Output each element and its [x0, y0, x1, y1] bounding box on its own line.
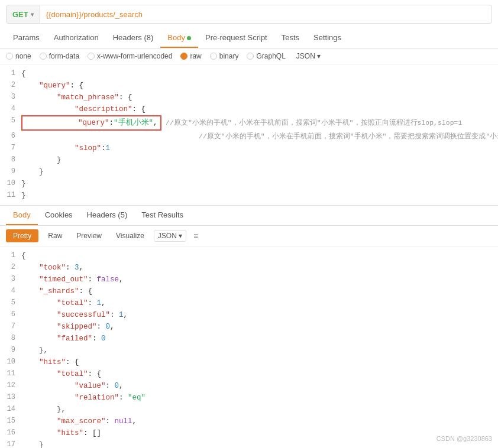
url-input[interactable]: {{domain}}/products/_search	[40, 10, 491, 19]
method-selector[interactable]: GET ▾	[7, 5, 40, 23]
body-type-row: none form-data x-www-form-urlencoded raw…	[0, 48, 498, 64]
resp-line-13: 13 "relation": "eq"	[0, 392, 498, 404]
resp-line-15: 15 "max_score": null,	[0, 415, 498, 427]
resp-line-16: 16 "hits": []	[0, 427, 498, 439]
code-line-1: 1 {	[0, 68, 498, 80]
resp-line-10: 10 "hits": {	[0, 356, 498, 368]
radio-urlencoded-label: x-www-form-urlencoded	[97, 52, 172, 60]
json-type-dropdown[interactable]: JSON ▾	[296, 52, 321, 60]
response-json-dropdown[interactable]: JSON ▾	[154, 230, 186, 242]
tab-params[interactable]: Params	[6, 28, 47, 48]
radio-binary[interactable]: binary	[210, 52, 239, 60]
code-line-8: 8 }	[0, 154, 498, 166]
wrap-icon[interactable]: ≡	[193, 231, 198, 241]
body-dot	[187, 36, 191, 40]
resp-line-5: 5 "total": 1,	[0, 297, 498, 309]
radio-raw-circle	[180, 53, 187, 60]
pretty-row: Pretty Raw Preview Visualize JSON ▾ ≡	[0, 226, 498, 246]
radio-formdata-circle	[40, 53, 47, 60]
resp-line-4: 4 "_shards": {	[0, 285, 498, 297]
response-tabs: Body Cookies Headers (5) Test Results	[0, 206, 498, 226]
resp-line-1: 1 {	[0, 250, 498, 262]
code-line-5: 5 "query":"手机小米", //原文"小米的手机"，小米在手机前面，搜索…	[0, 115, 498, 131]
radio-urlencoded-circle	[88, 53, 95, 60]
radio-urlencoded[interactable]: x-www-form-urlencoded	[88, 52, 172, 60]
radio-formdata[interactable]: form-data	[40, 52, 79, 60]
tab-prerequest[interactable]: Pre-request Script	[198, 28, 274, 48]
response-json-chevron-icon: ▾	[179, 232, 182, 240]
code-line-2: 2 "query": {	[0, 80, 498, 92]
highlighted-query: "query":"手机小米",	[21, 115, 161, 131]
tab-tests[interactable]: Tests	[274, 28, 306, 48]
response-code-editor: 1 { 2 "took": 3, 3 "timed_out": false, 4…	[0, 246, 498, 448]
radio-raw[interactable]: raw	[180, 52, 201, 60]
json-type-label: JSON	[296, 52, 315, 60]
code-line-7: 7 "slop":1	[0, 142, 498, 154]
radio-none-label: none	[15, 52, 31, 60]
radio-none-circle	[6, 53, 13, 60]
pretty-button[interactable]: Pretty	[6, 229, 38, 242]
radio-binary-label: binary	[219, 52, 239, 60]
code-line-9: 9 }	[0, 166, 498, 178]
url-bar: GET ▾ {{domain}}/products/_search	[6, 5, 492, 24]
response-tab-headers[interactable]: Headers (5)	[80, 206, 135, 225]
code-line-10: 10 }	[0, 178, 498, 190]
radio-graphql-circle	[247, 53, 254, 60]
json-dropdown-chevron-icon: ▾	[317, 52, 321, 60]
radio-graphql-label: GraphQL	[256, 52, 285, 60]
raw-button[interactable]: Raw	[43, 229, 67, 242]
method-chevron-icon: ▾	[31, 11, 34, 18]
resp-line-7: 7 "skipped": 0,	[0, 321, 498, 333]
request-code-editor[interactable]: 1 { 2 "query": { 3 "match_phrase": { 4 "…	[0, 64, 498, 206]
resp-line-12: 12 "value": 0,	[0, 380, 498, 392]
resp-line-6: 6 "successful": 1,	[0, 309, 498, 321]
request-tabs: Params Authorization Headers (8) Body Pr…	[0, 28, 498, 48]
url-text: {{domain}}/products/_search	[46, 10, 143, 19]
resp-line-11: 11 "total": {	[0, 368, 498, 380]
tab-settings[interactable]: Settings	[306, 28, 348, 48]
response-tab-testresults[interactable]: Test Results	[134, 206, 190, 225]
radio-binary-circle	[210, 53, 217, 60]
resp-line-2: 2 "took": 3,	[0, 262, 498, 274]
response-tab-cookies[interactable]: Cookies	[38, 206, 80, 225]
watermark: CSDN @g3230863	[436, 435, 492, 442]
radio-formdata-label: form-data	[49, 52, 79, 60]
preview-button[interactable]: Preview	[72, 229, 106, 242]
resp-line-8: 8 "failed": 0	[0, 333, 498, 345]
resp-line-9: 9 },	[0, 345, 498, 356]
tab-body[interactable]: Body	[160, 28, 198, 48]
resp-line-17: 17 }	[0, 439, 498, 448]
response-json-label: JSON	[158, 232, 177, 240]
method-label: GET	[12, 10, 28, 19]
tab-headers[interactable]: Headers (8)	[106, 28, 161, 48]
response-tab-body[interactable]: Body	[6, 206, 38, 225]
code-line-6: 6 //原文"小米的手机"，小米在手机前面，搜索词"手机小米"，需要把搜索索词调…	[0, 131, 498, 142]
tab-authorization[interactable]: Authorization	[47, 28, 106, 48]
radio-none[interactable]: none	[6, 52, 31, 60]
resp-line-14: 14 },	[0, 404, 498, 415]
visualize-button[interactable]: Visualize	[111, 229, 149, 242]
code-line-4: 4 "description": {	[0, 103, 498, 115]
radio-graphql[interactable]: GraphQL	[247, 52, 285, 60]
radio-raw-label: raw	[190, 52, 201, 60]
resp-line-3: 3 "timed_out": false,	[0, 274, 498, 285]
code-line-11: 11 }	[0, 190, 498, 202]
code-line-3: 3 "match_phrase": {	[0, 92, 498, 103]
